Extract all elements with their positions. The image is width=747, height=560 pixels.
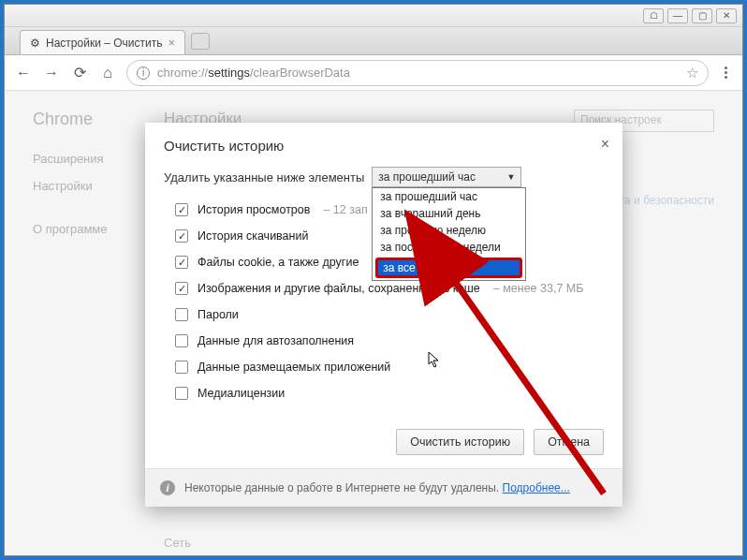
checkbox-label: Данные размещаемых приложений bbox=[198, 361, 390, 374]
checkbox[interactable] bbox=[175, 229, 188, 243]
checkbox-label: Файлы cookie, а также другие bbox=[198, 256, 359, 269]
browser-toolbar: ← → ⟳ ⌂ i chrome://settings/clearBrowser… bbox=[5, 55, 742, 91]
checkbox-row: Медиалицензии bbox=[164, 380, 604, 406]
learn-more-link[interactable]: Подробнее... bbox=[503, 481, 570, 494]
tab-close-icon[interactable]: × bbox=[168, 36, 175, 50]
checkbox-row: Пароли bbox=[164, 302, 604, 328]
minimize-button[interactable]: — bbox=[667, 8, 688, 23]
new-tab-button[interactable] bbox=[191, 33, 210, 50]
dialog-close-button[interactable]: × bbox=[601, 136, 609, 153]
checkbox-label: Данные для автозаполнения bbox=[198, 334, 354, 347]
checkbox-row: Данные для автозаполнения bbox=[164, 328, 604, 354]
dropdown-option[interactable]: за вчерашний день bbox=[373, 205, 525, 222]
home-button[interactable]: ⌂ bbox=[98, 64, 117, 82]
checkbox-row: Данные размещаемых приложений bbox=[164, 354, 604, 380]
checkbox-sublabel: – 12 зап bbox=[323, 203, 367, 216]
checkbox[interactable] bbox=[175, 256, 188, 269]
close-window-button[interactable]: ✕ bbox=[716, 8, 737, 23]
checkbox-label: Изображения и другие файлы, сохраненные … bbox=[198, 282, 480, 295]
user-button[interactable]: ☖ bbox=[643, 8, 664, 23]
delete-range-label: Удалить указанные ниже элементы bbox=[164, 170, 364, 184]
gear-icon: ⚙ bbox=[30, 37, 40, 50]
footer-text: Некоторые данные о работе в Интернете не… bbox=[184, 481, 570, 494]
reload-button[interactable]: ⟳ bbox=[70, 64, 89, 82]
menu-button[interactable] bbox=[718, 66, 733, 79]
dropdown-option-hover[interactable]: за все время bbox=[373, 256, 525, 280]
site-info-icon[interactable]: i bbox=[137, 66, 150, 80]
address-bar[interactable]: i chrome://settings/clearBrowserData ☆ bbox=[126, 60, 709, 86]
time-range-dropdown: за прошедший час за вчерашний день за пр… bbox=[372, 187, 526, 281]
checkbox-sublabel: – менее 33,7 МБ bbox=[493, 282, 584, 295]
checkbox-label: Пароли bbox=[198, 308, 239, 321]
checkbox[interactable] bbox=[175, 361, 188, 374]
clear-history-dialog: Очистить историю × Удалить указанные ниж… bbox=[145, 123, 622, 507]
tab-strip: ⚙ Настройки – Очистить × bbox=[5, 27, 742, 55]
url-text: chrome://settings/clearBrowserData bbox=[157, 66, 679, 80]
dropdown-option[interactable]: за прошлую неделю bbox=[373, 222, 525, 239]
dropdown-option[interactable]: за прошедший час bbox=[373, 188, 525, 205]
forward-button[interactable]: → bbox=[42, 64, 61, 82]
checkbox-label: История просмотров bbox=[198, 203, 310, 216]
chevron-down-icon: ▼ bbox=[506, 172, 515, 182]
bookmark-star-icon[interactable]: ☆ bbox=[686, 65, 698, 81]
cancel-button[interactable]: Отмена bbox=[534, 429, 604, 455]
checkbox[interactable] bbox=[175, 334, 188, 347]
browser-tab[interactable]: ⚙ Настройки – Очистить × bbox=[20, 30, 185, 54]
checkbox-label: История скачиваний bbox=[198, 229, 308, 243]
tab-title: Настройки – Очистить bbox=[46, 37, 162, 50]
checkbox-label: Медиалицензии bbox=[198, 387, 285, 400]
dropdown-option[interactable]: за последние 4 недели bbox=[373, 239, 525, 256]
back-button[interactable]: ← bbox=[14, 64, 33, 82]
checkbox[interactable] bbox=[175, 308, 188, 321]
checkbox[interactable] bbox=[175, 387, 188, 400]
checkbox[interactable] bbox=[175, 203, 188, 216]
maximize-button[interactable]: ▢ bbox=[692, 8, 712, 23]
info-icon: i bbox=[160, 480, 175, 495]
window-titlebar: ☖ — ▢ ✕ bbox=[5, 5, 742, 27]
select-value: за прошедший час bbox=[378, 170, 476, 184]
checkbox[interactable] bbox=[175, 282, 188, 295]
dialog-title: Очистить историю bbox=[164, 138, 284, 154]
time-range-select[interactable]: за прошедший час ▼ за прошедший час за в… bbox=[372, 167, 521, 187]
clear-history-button[interactable]: Очистить историю bbox=[396, 429, 524, 455]
